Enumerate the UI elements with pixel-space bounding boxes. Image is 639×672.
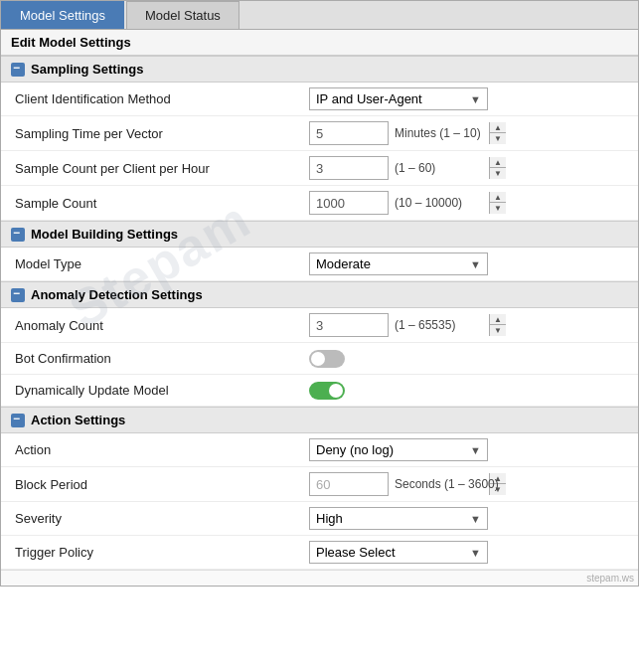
action-label: Action — [11, 442, 309, 457]
block-period-hint: Seconds (1 – 3600) — [395, 477, 499, 491]
anomaly-count-up-button[interactable]: ▲ — [490, 314, 506, 325]
action-value: Deny (no log) — [316, 442, 394, 457]
anomaly-count-buttons: ▲ ▼ — [489, 314, 506, 336]
sampling-time-hint: Minutes (1 – 10) — [395, 126, 481, 140]
action-settings-header: Action Settings — [1, 407, 638, 433]
dynamically-update-knob — [329, 384, 343, 398]
sample-count-up-button[interactable]: ▲ — [490, 192, 506, 203]
severity-chevron-icon: ▼ — [470, 513, 481, 525]
dynamically-update-control — [309, 382, 628, 400]
client-id-method-dropdown[interactable]: IP and User-Agent ▼ — [309, 87, 488, 110]
anomaly-count-hint: (1 – 65535) — [395, 318, 455, 332]
action-chevron-icon: ▼ — [470, 444, 481, 456]
anomaly-collapse-icon[interactable] — [11, 288, 25, 302]
tab-model-settings[interactable]: Model Settings — [1, 1, 124, 29]
sample-count-control: ▲ ▼ (10 – 10000) — [309, 191, 628, 215]
content-area: Stepam Sampling Settings Client Identifi… — [1, 56, 638, 570]
client-id-method-row: Client Identification Method IP and User… — [1, 83, 638, 116]
model-type-row: Model Type Moderate ▼ — [1, 248, 638, 281]
bot-confirmation-knob — [311, 352, 325, 366]
anomaly-count-down-button[interactable]: ▼ — [490, 325, 506, 336]
trigger-policy-label: Trigger Policy — [11, 545, 309, 560]
sampling-settings-header: Sampling Settings — [1, 56, 638, 83]
bottom-label: stepam.ws — [1, 570, 638, 586]
trigger-policy-dropdown[interactable]: Please Select ▼ — [309, 541, 488, 564]
anomaly-count-row: Anomaly Count ▲ ▼ (1 – 65535) — [1, 308, 638, 343]
sample-count-down-button[interactable]: ▼ — [490, 203, 506, 214]
bot-confirmation-label: Bot Confirmation — [11, 351, 309, 366]
severity-row: Severity High ▼ — [1, 502, 638, 536]
sample-count-hint: (10 – 10000) — [395, 196, 462, 210]
chevron-down-icon: ▼ — [470, 93, 481, 105]
model-building-header: Model Building Settings — [1, 221, 638, 248]
sample-count-per-client-control: ▲ ▼ (1 – 60) — [309, 156, 628, 180]
trigger-policy-chevron-icon: ▼ — [470, 547, 481, 559]
severity-value: High — [316, 511, 343, 526]
client-id-method-control: IP and User-Agent ▼ — [309, 87, 628, 110]
action-collapse-icon[interactable] — [11, 414, 25, 427]
sample-count-per-client-spinner: ▲ ▼ — [309, 156, 389, 180]
sample-count-per-client-up-button[interactable]: ▲ — [490, 157, 506, 168]
severity-dropdown[interactable]: High ▼ — [309, 507, 488, 530]
sampling-time-spinner: ▲ ▼ — [309, 121, 389, 145]
sampling-time-down-button[interactable]: ▼ — [490, 133, 506, 144]
model-type-value: Moderate — [316, 256, 371, 271]
collapse-icon[interactable] — [11, 63, 25, 77]
sample-count-per-client-down-button[interactable]: ▼ — [490, 168, 506, 179]
sampling-settings-label: Sampling Settings — [31, 62, 143, 77]
sample-count-row: Sample Count ▲ ▼ (10 – 10000) — [1, 186, 638, 221]
anomaly-count-label: Anomaly Count — [11, 318, 309, 333]
client-id-method-value: IP and User-Agent — [316, 91, 422, 106]
tab-bar: Model Settings Model Status — [1, 1, 638, 30]
model-building-collapse-icon[interactable] — [11, 228, 25, 242]
sample-count-buttons: ▲ ▼ — [489, 192, 506, 214]
bot-confirmation-toggle[interactable] — [309, 350, 345, 368]
client-id-method-label: Client Identification Method — [11, 91, 309, 106]
trigger-policy-value: Please Select — [316, 545, 396, 560]
model-type-chevron-icon: ▼ — [470, 258, 481, 270]
tab-model-status[interactable]: Model Status — [126, 1, 240, 29]
action-control: Deny (no log) ▼ — [309, 438, 628, 461]
sample-count-per-client-row: Sample Count per Client per Hour ▲ ▼ (1 … — [1, 151, 638, 186]
edit-header: Edit Model Settings — [1, 30, 638, 56]
model-type-dropdown[interactable]: Moderate ▼ — [309, 252, 488, 275]
model-building-label: Model Building Settings — [31, 227, 178, 242]
severity-label: Severity — [11, 511, 309, 526]
anomaly-count-control: ▲ ▼ (1 – 65535) — [309, 313, 628, 337]
dynamically-update-row: Dynamically Update Model — [1, 375, 638, 407]
bot-confirmation-row: Bot Confirmation — [1, 343, 638, 375]
action-row: Action Deny (no log) ▼ — [1, 433, 638, 467]
sampling-time-up-button[interactable]: ▲ — [490, 122, 506, 133]
block-period-control: ▲ ▼ Seconds (1 – 3600) — [309, 472, 628, 496]
model-type-label: Model Type — [11, 256, 309, 271]
block-period-row: Block Period ▲ ▼ Seconds (1 – 3600) — [1, 467, 638, 502]
trigger-policy-row: Trigger Policy Please Select ▼ — [1, 536, 638, 570]
anomaly-count-spinner: ▲ ▼ — [309, 313, 389, 337]
severity-control: High ▼ — [309, 507, 628, 530]
sampling-time-label: Sampling Time per Vector — [11, 126, 309, 141]
sample-count-spinner: ▲ ▼ — [309, 191, 389, 215]
sampling-time-row: Sampling Time per Vector ▲ ▼ Minutes (1 … — [1, 116, 638, 151]
trigger-policy-control: Please Select ▼ — [309, 541, 628, 564]
action-settings-label: Action Settings — [31, 413, 125, 427]
dynamically-update-toggle[interactable] — [309, 382, 345, 400]
main-window: Model Settings Model Status Edit Model S… — [0, 0, 639, 587]
sampling-time-control: ▲ ▼ Minutes (1 – 10) — [309, 121, 628, 145]
model-type-control: Moderate ▼ — [309, 252, 628, 275]
anomaly-detection-header: Anomaly Detection Settings — [1, 281, 638, 308]
sample-count-label: Sample Count — [11, 196, 309, 211]
bot-confirmation-control — [309, 350, 628, 368]
dynamically-update-label: Dynamically Update Model — [11, 383, 309, 398]
sampling-time-buttons: ▲ ▼ — [489, 122, 506, 144]
sample-count-per-client-buttons: ▲ ▼ — [489, 157, 506, 179]
block-period-label: Block Period — [11, 477, 309, 492]
block-period-spinner: ▲ ▼ — [309, 472, 389, 496]
anomaly-detection-label: Anomaly Detection Settings — [31, 287, 203, 302]
sample-count-per-client-hint: (1 – 60) — [395, 161, 435, 175]
sample-count-per-client-label: Sample Count per Client per Hour — [11, 161, 309, 176]
action-dropdown[interactable]: Deny (no log) ▼ — [309, 438, 488, 461]
